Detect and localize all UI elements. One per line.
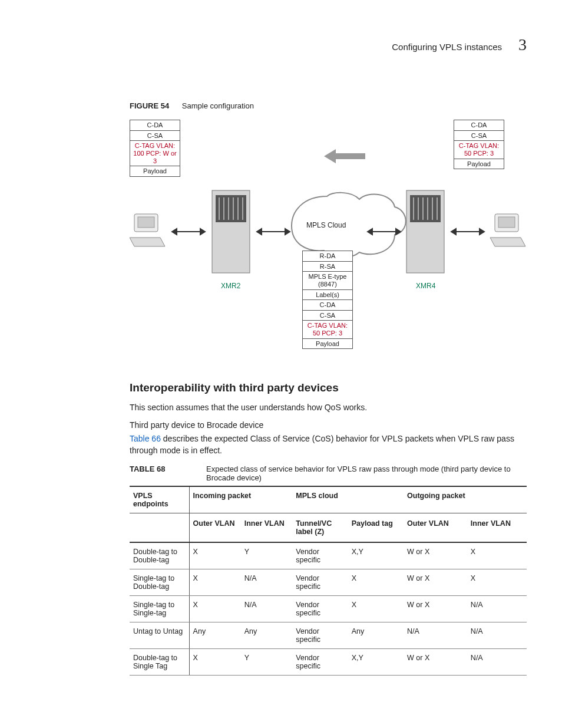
pkt-cell-ctag: C-TAG VLAN: 100 PCP: W or 3: [130, 141, 180, 166]
svg-rect-19: [498, 217, 515, 228]
pkt-cell: R-DA: [302, 251, 353, 262]
th-outgoing: Outgoing packet: [404, 486, 527, 513]
table-row: Single-tag to Double-tagXN/AVendor speci…: [130, 569, 527, 596]
table-cell: X,Y: [348, 542, 404, 569]
svg-marker-21: [172, 229, 177, 235]
table-row: Double-tag to Double-tagXYVendor specifi…: [130, 542, 527, 569]
th-tunnel: Tunnel/VC label (Z): [292, 513, 348, 543]
table-cell: W or X: [404, 542, 467, 569]
table-row: Double-tag to Single TagXYVendor specifi…: [130, 649, 527, 676]
pkt-cell: C-DA: [454, 120, 504, 131]
th-outer-out: Outer VLAN: [404, 513, 467, 543]
figure-caption: FIGURE 54 Sample configuration: [130, 101, 527, 110]
table-cell: X: [348, 596, 404, 622]
pkt-cell: Payload: [130, 166, 180, 177]
table-row: Single-tag to Single-tagXN/AVendor speci…: [130, 596, 527, 622]
th-inner-out: Inner VLAN: [467, 513, 527, 543]
pkt-cell-ctag: C-TAG VLAN: 50 PCP: 3: [302, 321, 353, 338]
center-packet-stack: R-DA R-SA MPLS E-type (8847) Label(s) C-…: [302, 251, 353, 349]
header-title: Configuring VPLS instances: [392, 42, 502, 52]
svg-marker-22: [200, 229, 205, 235]
table-ref-link[interactable]: Table 66: [130, 434, 161, 443]
table-cell: Untag to Untag: [130, 622, 189, 649]
table-cell: Vendor specific: [292, 542, 348, 569]
pkt-cell: Payload: [454, 159, 504, 170]
table-label: TABLE 68: [130, 465, 206, 482]
table-cell: Vendor specific: [292, 649, 348, 676]
table-row: Untag to UntagAnyAnyVendor specificAnyN/…: [130, 622, 527, 649]
svg-marker-31: [480, 229, 484, 235]
table-cell: Any: [348, 622, 404, 649]
table-cell: Any: [241, 622, 293, 649]
chapter-number: 3: [518, 35, 527, 54]
section-heading: Interoperability with third party device…: [130, 381, 527, 394]
table-cell: X: [467, 542, 527, 569]
pkt-cell-ctag: C-TAG VLAN: 50 PCP: 3: [454, 141, 504, 159]
table-cell: X: [189, 596, 241, 622]
table-cell: W or X: [404, 596, 467, 622]
pkt-cell: C-SA: [454, 131, 504, 141]
section-p1: This section assumes that the user under…: [130, 401, 527, 413]
table-cell: N/A: [241, 596, 293, 622]
svg-marker-30: [451, 229, 456, 235]
section-p3: Table 66 describes the expected Class of…: [130, 433, 527, 457]
right-packet-stack: C-DA C-SA C-TAG VLAN: 50 PCP: 3 Payload: [454, 120, 504, 169]
table-cell: N/A: [467, 622, 527, 649]
table-cell: W or X: [404, 649, 467, 676]
section-p3-rest: describes the expected Class of Service …: [130, 434, 514, 455]
table-cell: X: [189, 569, 241, 596]
cloud-label: MPLS Cloud: [306, 221, 346, 229]
th-blank: [130, 513, 189, 543]
table-title: Expected class of service behavior for V…: [206, 465, 527, 482]
table-cell: Single-tag to Single-tag: [130, 596, 189, 622]
th-incoming: Incoming packet: [189, 486, 292, 513]
svg-rect-17: [138, 217, 154, 228]
table-cell: X: [348, 569, 404, 596]
table-cell: X: [467, 569, 527, 596]
table-caption: TABLE 68 Expected class of service behav…: [130, 465, 527, 482]
th-inner-in: Inner VLAN: [241, 513, 293, 543]
table-cell: X: [189, 649, 241, 676]
figure-label: FIGURE 54: [130, 101, 169, 110]
table-cell: N/A: [241, 569, 293, 596]
table-cell: Single-tag to Double-tag: [130, 569, 189, 596]
pkt-cell: C-DA: [302, 300, 353, 311]
cos-table: VPLS endpoints Incoming packet MPLS clou…: [130, 486, 527, 676]
table-cell: Double-tag to Double-tag: [130, 542, 189, 569]
th-outer-in: Outer VLAN: [189, 513, 241, 543]
table-cell: Vendor specific: [292, 569, 348, 596]
svg-rect-9: [410, 195, 441, 222]
table-cell: Y: [241, 542, 293, 569]
svg-marker-24: [257, 229, 262, 235]
table-cell: X,Y: [348, 649, 404, 676]
table-cell: Vendor specific: [292, 622, 348, 649]
left-device-label: XMR2: [221, 282, 240, 290]
pkt-cell: C-SA: [302, 311, 353, 321]
pkt-cell: C-DA: [130, 120, 180, 131]
figure-title: Sample configuration: [182, 101, 254, 110]
pkt-cell: C-SA: [130, 131, 180, 141]
table-cell: N/A: [467, 596, 527, 622]
th-payload: Payload tag: [348, 513, 404, 543]
th-endpoints: VPLS endpoints: [130, 486, 189, 513]
page-header: Configuring VPLS instances 3: [130, 35, 527, 54]
right-device-label: XMR4: [416, 282, 435, 290]
svg-marker-25: [285, 229, 290, 235]
table-cell: N/A: [404, 622, 467, 649]
th-mplscloud: MPLS cloud: [292, 486, 404, 513]
table-cell: Y: [241, 649, 293, 676]
figure-diagram: C-DA C-SA C-TAG VLAN: 100 PCP: W or 3 Pa…: [130, 120, 527, 367]
pkt-cell: Label(s): [302, 290, 353, 301]
table-cell: N/A: [467, 649, 527, 676]
pkt-cell: Payload: [302, 339, 353, 350]
table-cell: Vendor specific: [292, 596, 348, 622]
left-packet-stack: C-DA C-SA C-TAG VLAN: 100 PCP: W or 3 Pa…: [130, 120, 180, 177]
pkt-cell: R-SA: [302, 262, 353, 272]
table-cell: X: [189, 542, 241, 569]
pkt-cell: MPLS E-type (8847): [302, 272, 353, 289]
table-cell: Any: [189, 622, 241, 649]
section-p2: Third party device to Brocade device: [130, 419, 527, 431]
cos-table-body: Double-tag to Double-tagXYVendor specifi…: [130, 542, 527, 676]
table-cell: Double-tag to Single Tag: [130, 649, 189, 676]
table-cell: W or X: [404, 569, 467, 596]
